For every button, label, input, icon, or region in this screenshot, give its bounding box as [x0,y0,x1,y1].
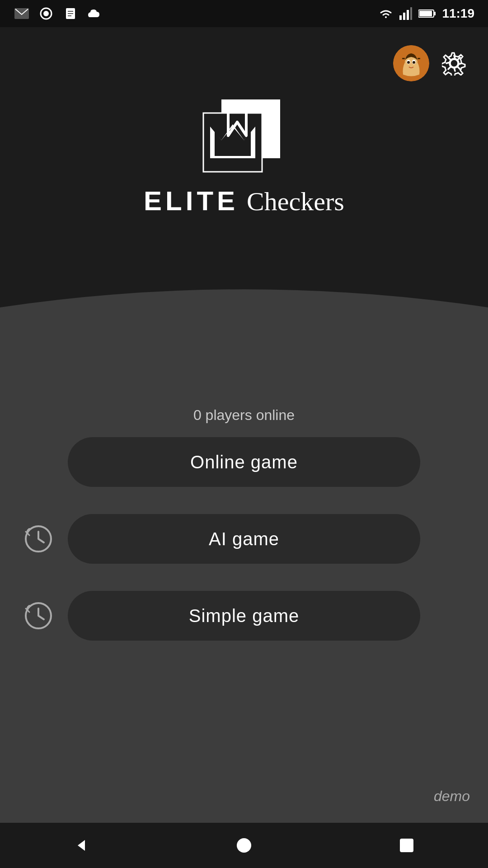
svg-rect-8 [403,13,405,20]
status-bar: 11:19 [0,0,488,27]
curve-decoration [0,271,488,344]
demo-label: demo [434,788,470,805]
notes-icon [62,5,79,22]
svg-rect-16 [402,58,405,59]
svg-rect-17 [418,58,420,59]
svg-rect-5 [68,13,73,14]
svg-rect-10 [410,7,412,20]
brand-checkers: Checkers [247,186,344,217]
nav-recent-button[interactable] [384,830,429,861]
status-time: 11:19 [442,6,474,21]
logo-area: ELITE Checkers [144,90,344,217]
ai-game-row: AI game [68,514,420,564]
brand-name: ELITE Checkers [144,185,344,217]
simple-game-history-icon[interactable] [23,600,54,632]
svg-rect-4 [68,11,73,12]
svg-point-21 [413,61,415,64]
players-online-text: 0 players online [193,407,295,424]
wifi-icon [379,7,393,20]
nav-bar [0,823,488,868]
app-logo [176,90,312,181]
svg-point-2 [43,11,49,16]
donut-icon [38,5,54,22]
nav-back-button[interactable] [59,830,104,861]
top-section: ELITE Checkers [0,27,488,307]
svg-point-20 [407,61,410,64]
status-icons [14,5,103,22]
settings-icon [442,51,466,75]
online-game-button[interactable]: Online game [68,437,420,487]
status-right: 11:19 [379,6,474,21]
avatar-button[interactable] [393,45,429,81]
nav-back-icon [72,836,90,854]
bottom-section: 0 players online Online game AI game [0,307,488,841]
game-buttons: Online game AI game [0,437,488,668]
brand-elite: ELITE [144,185,239,217]
svg-rect-13 [419,11,432,16]
ai-game-button[interactable]: AI game [68,514,420,564]
online-game-row: Online game [68,437,420,487]
battery-icon [418,9,436,19]
signal-icon [399,7,412,20]
svg-rect-12 [434,12,436,15]
svg-point-28 [237,838,251,853]
svg-rect-29 [400,839,413,852]
svg-rect-6 [68,15,71,16]
simple-game-button[interactable]: Simple game [68,591,420,641]
ai-game-history-icon[interactable] [23,523,54,555]
nav-home-icon [236,837,252,854]
simple-game-row: Simple game [68,591,420,641]
svg-rect-7 [399,15,402,20]
avatar [393,45,429,81]
nav-home-button[interactable] [221,830,267,861]
svg-rect-9 [407,10,409,20]
settings-button[interactable] [438,47,470,79]
nav-recent-icon [399,838,414,853]
cloud-icon [87,5,103,22]
gmail-icon [14,5,30,22]
top-actions [0,41,488,86]
